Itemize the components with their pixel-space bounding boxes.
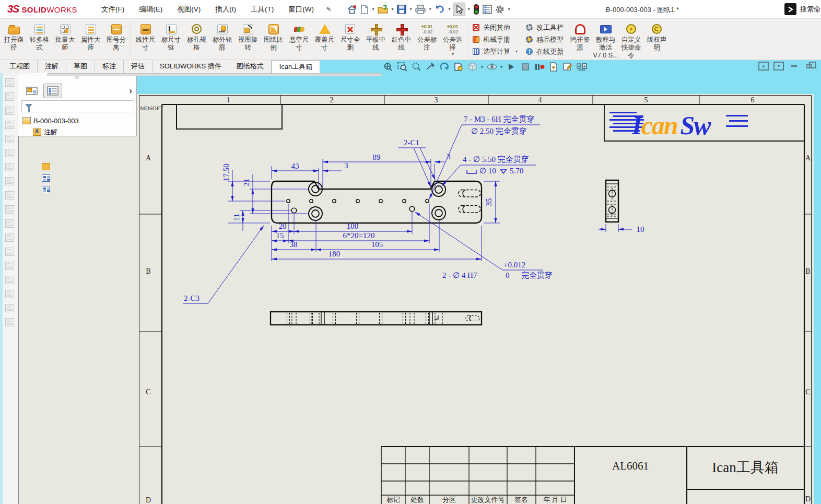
property-manager-tab[interactable] (43, 84, 62, 98)
align-tool-icon[interactable] (5, 318, 14, 326)
select-caret-icon[interactable]: ▾ (468, 7, 470, 11)
collapse-down-button[interactable]: ▼ (773, 62, 784, 71)
drawing-view-top[interactable] (272, 181, 482, 223)
ribbon-flat-centerline[interactable]: 平板中 线 (363, 19, 389, 60)
tolerance-select-caret-icon[interactable]: ▾ (452, 52, 454, 56)
align-tool-icon[interactable] (5, 205, 14, 214)
hide-show-items-icon[interactable] (486, 61, 498, 73)
tab-sheet-format[interactable]: 图纸格式 (229, 60, 272, 73)
hide-show-caret-icon[interactable]: ▾ (500, 65, 502, 69)
ribbon-tolerance-select[interactable]: +0.01-0.02公差选 择▾ (440, 19, 465, 60)
align-tool-icon[interactable] (5, 121, 14, 129)
menu-file[interactable]: 文件(F) (95, 2, 131, 17)
align-tool-icon[interactable] (5, 135, 14, 143)
print-caret-icon[interactable]: ▾ (429, 7, 431, 11)
modify-toolbar-button[interactable]: 改工具栏 (526, 23, 564, 32)
minimize-button[interactable] (789, 62, 799, 71)
ribbon-dim-chain[interactable]: 标尺寸 链 (158, 19, 184, 60)
align-tool-icon[interactable] (5, 149, 14, 157)
note-cbore-dia[interactable]: ∅ 10 (479, 167, 496, 175)
ribbon-custom-shortcuts[interactable]: 自定义 快捷命 令 (618, 19, 644, 60)
dim-100[interactable]: 100 (347, 222, 359, 230)
align-tool-icon[interactable] (5, 262, 14, 270)
feature-tree-tab[interactable] (22, 84, 41, 98)
stop-macro-icon[interactable] (519, 61, 531, 73)
dim-10[interactable]: 10 (637, 225, 644, 233)
zoom-icon[interactable] (410, 61, 422, 73)
close-others-button[interactable]: 关闭其他 (473, 23, 519, 32)
menu-insert[interactable]: 插入(I) (209, 2, 242, 17)
run-macro-icon[interactable] (505, 61, 517, 73)
ribbon-dangling-dim[interactable]: 悬空尺 寸 (286, 19, 312, 60)
panel-expand-chevron-icon[interactable]: › (129, 86, 132, 96)
dim-38[interactable]: 38 (290, 240, 298, 249)
align-tool-icon[interactable] (5, 233, 14, 242)
print-button[interactable] (414, 3, 427, 16)
drawing-view-side[interactable] (606, 180, 618, 222)
menu-edit[interactable]: 编辑(E) (133, 2, 169, 17)
undo-caret-icon[interactable]: ▾ (449, 7, 451, 11)
settings-gear-button[interactable] (494, 3, 506, 16)
tree-filter-box[interactable] (21, 100, 134, 112)
display-style-icon[interactable] (466, 61, 478, 73)
tab-dimension[interactable]: 标注 (95, 60, 124, 73)
undo-button[interactable] (433, 3, 446, 16)
dim-120[interactable]: 6*20=120 (343, 231, 375, 240)
search-label[interactable]: 搜索命 (800, 5, 820, 14)
drawing-view-bottom[interactable] (271, 312, 482, 325)
tab-sketch[interactable]: 草图 (66, 60, 95, 73)
dim-17-50[interactable]: 17.50 (222, 163, 230, 181)
ribbon-outline-dim[interactable]: 标外轮 廓 (209, 19, 235, 60)
dim-3b[interactable]: 3 (447, 153, 451, 161)
selection-calc-button[interactable]: 选型计算▾ (473, 47, 519, 56)
tab-annotation[interactable]: 注解 (38, 60, 66, 73)
tab-solidworks-addins[interactable]: SOLIDWORKS 插件 (153, 60, 229, 73)
zoom-fit-icon[interactable] (382, 61, 394, 73)
ribbon-red-centerline[interactable]: 红色中 线 (389, 19, 414, 60)
ribbon-open-path[interactable]: 打开路 径 (1, 19, 27, 60)
graphics-area[interactable]: 1 2 3 4 5 6 A B C D A B C D MDSOFT (137, 73, 821, 504)
dim-89[interactable]: 89 (373, 153, 381, 161)
tree-root-item[interactable]: B-000-003-003 (18, 115, 136, 126)
zoom-area-icon[interactable] (396, 61, 408, 73)
tab-ican-toolbox[interactable]: Ican工具箱 (272, 60, 321, 73)
ribbon-tolerance-mark[interactable]: +0.01-0.02公差标 注 (414, 19, 440, 60)
3d-drawing-view-icon[interactable] (452, 61, 464, 73)
note-cbore-holes[interactable]: 4 - ∅ 5.50 完全贯穿 (463, 155, 529, 163)
dim-180[interactable]: 180 (329, 250, 341, 258)
panel-top-scrollbar[interactable] (47, 73, 382, 76)
tab-evaluate[interactable]: 评估 (124, 60, 153, 73)
ribbon-view-rotate[interactable]: 视图旋 转 (235, 19, 261, 60)
ribbon-tutorials-activation[interactable]: 教程与 激活 V7.0 S... (593, 19, 618, 60)
dim-21[interactable]: 21 (242, 179, 251, 186)
open-caret-icon[interactable]: ▾ (392, 7, 394, 11)
align-tool-icon[interactable] (5, 290, 14, 298)
ribbon-batch-master[interactable]: 批量大 师 (52, 19, 78, 60)
premium-models-button[interactable]: 精品模型 (526, 35, 564, 44)
note-m3-tap-drill[interactable]: ∅ 2.50 完全贯穿 (471, 127, 527, 135)
note-h7-thru[interactable]: 完全贯穿 (521, 271, 553, 279)
record-pause-macro-icon[interactable] (533, 61, 545, 73)
align-tool-icon[interactable] (5, 78, 14, 87)
dim-15[interactable]: 15 (276, 231, 284, 240)
note-h7-upper-tol[interactable]: +0.012 (503, 261, 525, 269)
new-macro-icon[interactable] (547, 61, 559, 73)
align-tool-icon[interactable] (5, 107, 14, 115)
edit-macro-icon[interactable] (561, 61, 573, 73)
align-tool-icon[interactable] (5, 219, 14, 228)
search-icon[interactable] (784, 3, 796, 15)
note-h7-lower-tol[interactable]: 0 (506, 271, 510, 279)
ribbon-property-master[interactable]: 属性大 师 (78, 19, 103, 60)
dim-3[interactable]: 3 (344, 161, 348, 170)
ribbon-hole-spec[interactable]: 标孔规 格 (184, 19, 209, 60)
menu-view[interactable]: 视图(V) (171, 2, 207, 17)
ribbon-linear-dim[interactable]: 线性尺 寸 (133, 19, 158, 60)
note-m3-holes[interactable]: 7 - M3 - 6H 完全贯穿 (464, 115, 534, 123)
align-tool-icon[interactable] (5, 92, 14, 101)
tree-sheet-format-item[interactable]: ▶ 图纸格式1 (18, 149, 136, 161)
tab-drawing[interactable]: 工程图 (2, 60, 38, 73)
collapse-up-button[interactable]: ▲ (758, 62, 769, 71)
ribbon-number-split[interactable]: 图号分 离 (103, 19, 129, 60)
align-tool-icon[interactable] (5, 177, 14, 185)
home-button[interactable] (346, 3, 358, 16)
